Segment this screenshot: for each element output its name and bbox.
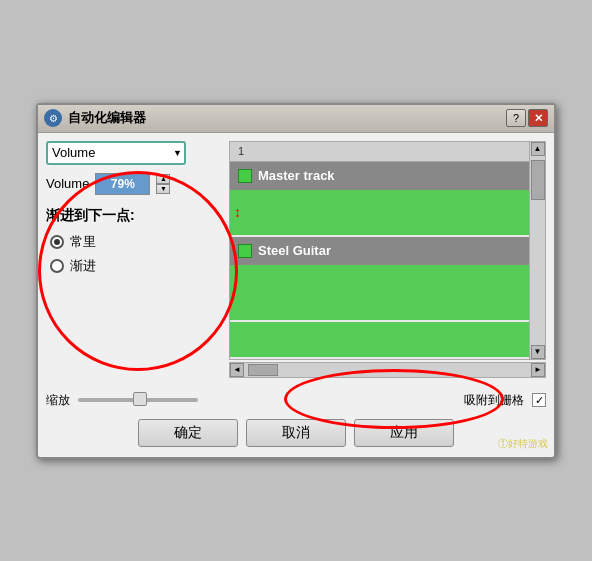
- master-track-name: Master track: [258, 168, 335, 183]
- volume-input[interactable]: [95, 173, 150, 195]
- time-marker-icon: ↕: [234, 204, 248, 218]
- title-bar: ⚙ 自动化编辑器 ? ✕: [38, 105, 554, 133]
- radio-fade-label: 渐进: [70, 257, 96, 275]
- master-track-indicator: [238, 169, 252, 183]
- track-area: 1 Master track: [229, 141, 546, 360]
- volume-label: Volume: [46, 176, 89, 191]
- zoom-label: 缩放: [46, 392, 70, 409]
- radio-group: 常里 渐进: [50, 233, 221, 275]
- zoom-thumb[interactable]: [133, 392, 147, 406]
- zoom-slider[interactable]: [78, 398, 198, 402]
- snap-checkbox[interactable]: ✓: [532, 393, 546, 407]
- ruler-label: 1: [238, 145, 244, 157]
- master-track-item: Master track: [230, 162, 529, 235]
- guitar-extra-content: [230, 322, 529, 357]
- radio-normal-label: 常里: [70, 233, 96, 251]
- scroll-thumb[interactable]: [531, 160, 545, 200]
- guitar-extra-track-item: [230, 322, 529, 357]
- button-row: 确定 取消 应用: [46, 415, 546, 451]
- spinner-up-button[interactable]: ▲: [156, 174, 170, 184]
- help-button[interactable]: ?: [506, 109, 526, 127]
- title-bar-left: ⚙ 自动化编辑器: [44, 109, 146, 127]
- bottom-controls: 缩放 吸附到栅格 ✓ 确定 取消 应用: [38, 386, 554, 457]
- window-title: 自动化编辑器: [68, 109, 146, 127]
- guitar-track-content: [230, 265, 529, 320]
- cancel-button[interactable]: 取消: [246, 419, 346, 447]
- scroll-up-arrow[interactable]: ▲: [531, 142, 545, 156]
- vertical-scrollbar[interactable]: ▲ ▼: [529, 142, 545, 359]
- master-track-header: Master track: [230, 162, 529, 190]
- scroll-left-arrow[interactable]: ◄: [230, 363, 244, 377]
- parameter-dropdown[interactable]: Volume Pan Mute: [46, 141, 186, 165]
- scroll-right-arrow[interactable]: ►: [531, 363, 545, 377]
- spinner-down-button[interactable]: ▼: [156, 184, 170, 194]
- radio-fade-button[interactable]: [50, 259, 64, 273]
- main-window: ⚙ 自动化编辑器 ? ✕ Volume Pan Mute ▼: [36, 103, 556, 459]
- volume-row: Volume ▲ ▼: [46, 173, 221, 195]
- horizontal-scrollbar[interactable]: ◄ ►: [229, 362, 546, 378]
- right-panel: 1 Master track: [229, 141, 546, 378]
- close-button[interactable]: ✕: [528, 109, 548, 127]
- title-bar-buttons: ? ✕: [506, 109, 548, 127]
- left-panel: Volume Pan Mute ▼ Volume ▲ ▼ 渐进到下一点:: [46, 141, 221, 378]
- app-icon: ⚙: [44, 109, 62, 127]
- dropdown-row: Volume Pan Mute ▼: [46, 141, 221, 165]
- ok-button[interactable]: 确定: [138, 419, 238, 447]
- master-track-content: [230, 190, 529, 235]
- fade-section-title: 渐进到下一点:: [46, 207, 221, 225]
- radio-item-fade[interactable]: 渐进: [50, 257, 221, 275]
- guitar-track-item: Steel Guitar: [230, 237, 529, 320]
- track-ruler: 1: [230, 142, 545, 162]
- dropdown-wrapper: Volume Pan Mute ▼: [46, 141, 186, 165]
- h-scroll-thumb[interactable]: [248, 364, 278, 376]
- spinner-buttons: ▲ ▼: [156, 174, 170, 194]
- snap-label: 吸附到栅格: [464, 392, 524, 409]
- zoom-row: 缩放 吸附到栅格 ✓: [46, 392, 546, 409]
- scroll-down-arrow[interactable]: ▼: [531, 345, 545, 359]
- tracks-container: Master track Steel Guitar: [230, 162, 529, 357]
- guitar-track-name: Steel Guitar: [258, 243, 331, 258]
- radio-item-normal[interactable]: 常里: [50, 233, 221, 251]
- main-content: Volume Pan Mute ▼ Volume ▲ ▼ 渐进到下一点:: [38, 133, 554, 386]
- guitar-track-header: Steel Guitar: [230, 237, 529, 265]
- guitar-track-indicator: [238, 244, 252, 258]
- radio-normal-button[interactable]: [50, 235, 64, 249]
- apply-button[interactable]: 应用: [354, 419, 454, 447]
